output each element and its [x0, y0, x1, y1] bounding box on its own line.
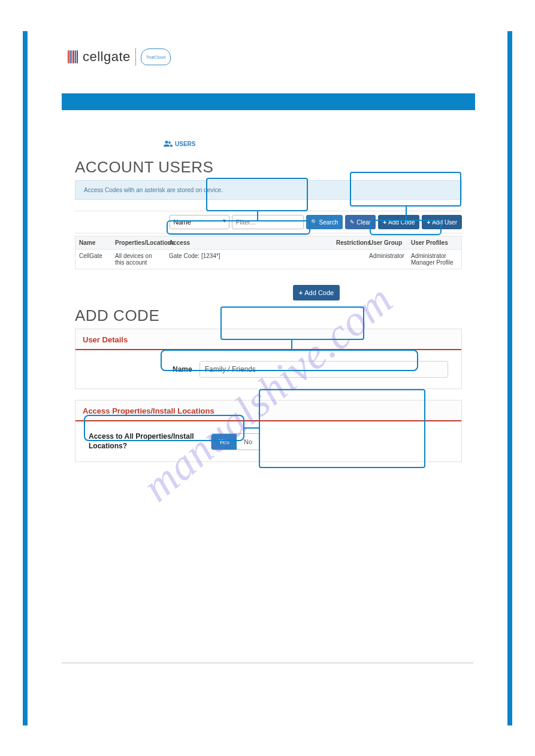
header-bar	[62, 93, 475, 110]
col-userprofiles: User Profiles	[407, 236, 461, 249]
access-question: Access to All Properties/Install Locatio…	[89, 432, 202, 451]
logo-separator	[135, 48, 136, 66]
col-restrictions: Restrictions	[333, 236, 365, 249]
user-details-panel: User Details Name	[75, 329, 462, 389]
users-tab-row: USERS	[62, 140, 475, 147]
search-button[interactable]: Search	[306, 215, 343, 229]
filter-field-wrap: Name	[170, 215, 229, 229]
access-row: Access to All Properties/Install Locatio…	[89, 432, 448, 451]
users-toolbar: Name Search Clear Add Code Add User	[75, 211, 462, 233]
access-panel: Access Properties/Install Locations Acce…	[75, 400, 462, 462]
cell-access: Gate Code: [1234*]	[165, 249, 333, 269]
filter-input[interactable]	[232, 215, 304, 229]
page-left-border	[23, 31, 28, 725]
cell-usergroup: Administrator	[365, 249, 407, 269]
account-users-title: ACCOUNT USERS	[75, 158, 475, 177]
access-toggle: Yes No	[211, 433, 260, 450]
logo-brand-text: cellgate	[83, 49, 131, 65]
cell-userprofiles: Administrator Manager Profile	[407, 249, 461, 269]
table-header: Name Properties/Locations Access Restric…	[75, 236, 461, 249]
filter-field-select[interactable]: Name	[170, 215, 229, 229]
access-yes-button[interactable]: Yes	[211, 434, 237, 450]
page-content: cellgate TrueCloud USERS ACCOUNT USERS A…	[62, 48, 475, 473]
col-properties: Properties/Locations	[111, 236, 165, 249]
logo-cloud-icon: TrueCloud	[141, 48, 171, 65]
users-tab[interactable]: USERS	[164, 140, 195, 147]
col-access: Access	[165, 236, 333, 249]
add-user-button[interactable]: Add User	[422, 215, 462, 229]
add-code-standalone-button[interactable]: Add Code	[293, 285, 340, 300]
users-table: Name Properties/Locations Access Restric…	[75, 236, 462, 269]
access-no-button[interactable]: No	[237, 434, 259, 450]
page-right-border	[507, 31, 512, 725]
users-tab-label: USERS	[175, 141, 195, 147]
access-panel-header: Access Properties/Install Locations	[75, 400, 461, 421]
footer-divider	[62, 663, 473, 663]
name-input[interactable]	[200, 361, 448, 378]
name-label: Name	[173, 365, 192, 374]
user-details-header: User Details	[75, 329, 461, 350]
cell-restrictions	[333, 249, 365, 269]
col-name: Name	[75, 236, 111, 249]
cell-name: CellGate	[75, 249, 111, 269]
users-icon	[164, 140, 173, 147]
add-code-standalone-row: Add Code	[158, 285, 475, 300]
cell-properties: All devices on this account	[111, 249, 165, 269]
table-row: CellGate All devices on this account Gat…	[75, 249, 461, 269]
add-code-button[interactable]: Add Code	[378, 215, 419, 229]
col-usergroup: User Group	[365, 236, 407, 249]
clear-button[interactable]: Clear	[345, 215, 376, 229]
add-code-title: ADD CODE	[75, 306, 475, 325]
logo-row: cellgate TrueCloud	[68, 48, 475, 66]
info-banner: Access Codes with an asterisk are stored…	[75, 180, 462, 200]
logo-bars-icon	[68, 50, 78, 63]
name-row: Name	[173, 361, 448, 378]
